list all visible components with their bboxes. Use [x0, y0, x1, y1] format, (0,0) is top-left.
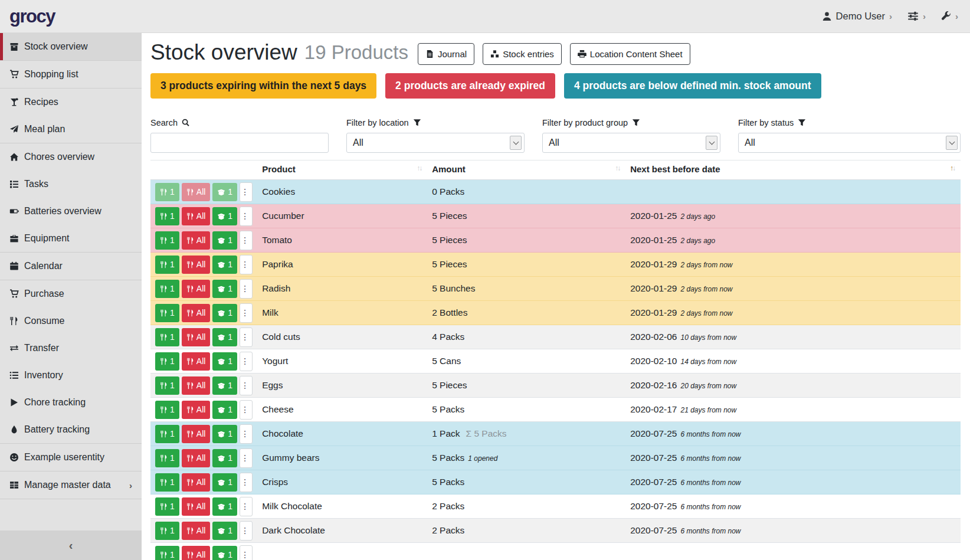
consume-all-button[interactable]: All: [182, 231, 211, 250]
sidebar-item-example-userentity[interactable]: Example userentity: [0, 444, 142, 471]
row-menu-button[interactable]: ⋮: [240, 352, 253, 371]
amount-column-header[interactable]: Amount ↑↓: [427, 161, 625, 180]
consume-all-button[interactable]: All: [182, 497, 211, 516]
row-menu-button[interactable]: ⋮: [240, 255, 253, 274]
open-one-button[interactable]: 1: [212, 328, 237, 346]
consume-one-button[interactable]: 1: [155, 231, 179, 250]
row-menu-button[interactable]: ⋮: [240, 376, 253, 395]
expired-banner[interactable]: 2 products are already expired: [385, 73, 555, 99]
consume-one-button[interactable]: 1: [155, 256, 179, 274]
row-menu-button[interactable]: ⋮: [240, 279, 253, 299]
consume-one-button[interactable]: 1: [155, 280, 179, 298]
consume-all-button[interactable]: All: [182, 256, 211, 274]
row-menu-button[interactable]: ⋮: [240, 473, 253, 492]
user-menu[interactable]: Demo User ›: [822, 11, 892, 22]
expiring-banner[interactable]: 3 products expiring within the next 5 da…: [150, 73, 376, 99]
consume-all-button[interactable]: All: [182, 449, 211, 467]
row-menu-button[interactable]: ⋮: [240, 182, 253, 202]
amount-cell: 5 Packs: [427, 470, 625, 494]
row-menu-button[interactable]: ⋮: [240, 521, 253, 541]
product-column-header[interactable]: Product ↑↓: [257, 161, 427, 180]
product-group-select[interactable]: All: [542, 133, 720, 153]
consume-all-button[interactable]: All: [182, 328, 211, 346]
consume-one-button[interactable]: 1: [155, 522, 179, 540]
consume-one-button[interactable]: 1: [155, 401, 179, 419]
open-one-button[interactable]: 1: [212, 352, 237, 371]
row-menu-button[interactable]: ⋮: [240, 207, 253, 226]
consume-all-button[interactable]: All: [182, 376, 211, 395]
sidebar-item-transfer[interactable]: Transfer: [0, 335, 142, 362]
consume-one-button[interactable]: 1: [155, 328, 179, 346]
admin-menu[interactable]: ›: [941, 11, 958, 21]
location-select[interactable]: All: [346, 133, 525, 153]
row-menu-button[interactable]: ⋮: [240, 545, 253, 560]
open-one-button[interactable]: 1: [212, 546, 237, 560]
location-content-sheet-button[interactable]: Location Content Sheet: [570, 43, 690, 65]
sidebar-item-equipment[interactable]: Equipment: [0, 225, 142, 252]
sidebar-item-meal-plan[interactable]: Meal plan: [0, 116, 142, 143]
open-one-button[interactable]: 1: [212, 401, 237, 419]
sidebar-item-consume[interactable]: Consume: [0, 307, 142, 335]
consume-one-button[interactable]: 1: [155, 304, 179, 322]
sidebar-item-stock-overview[interactable]: Stock overview: [0, 33, 142, 60]
row-menu-button[interactable]: ⋮: [240, 424, 253, 444]
settings-menu[interactable]: ›: [907, 11, 926, 22]
sidebar-item-purchase[interactable]: Purchase: [0, 280, 142, 307]
consume-all-button[interactable]: All: [182, 280, 211, 298]
open-one-button[interactable]: 1: [212, 280, 237, 298]
open-one-button[interactable]: 1: [212, 183, 237, 201]
row-menu-button[interactable]: ⋮: [240, 303, 253, 323]
consume-one-button[interactable]: 1: [155, 449, 179, 467]
sidebar-item-calendar[interactable]: Calendar: [0, 253, 142, 280]
sidebar-item-recipes[interactable]: Recipes: [0, 89, 142, 116]
stock-entries-button[interactable]: Stock entries: [483, 43, 562, 65]
open-one-button[interactable]: 1: [212, 304, 237, 322]
search-input[interactable]: [150, 133, 329, 153]
consume-one-button[interactable]: 1: [155, 497, 179, 516]
open-one-button[interactable]: 1: [212, 231, 237, 250]
open-one-button[interactable]: 1: [212, 449, 237, 467]
sidebar-divider: [0, 499, 142, 499]
open-one-button[interactable]: 1: [212, 522, 237, 540]
consume-one-button[interactable]: 1: [155, 376, 179, 395]
consume-all-button[interactable]: All: [182, 522, 211, 540]
consume-all-button[interactable]: All: [182, 425, 211, 443]
status-select[interactable]: All: [738, 133, 961, 153]
open-one-button[interactable]: 1: [212, 473, 237, 492]
consume-all-button[interactable]: All: [182, 546, 211, 560]
open-one-button[interactable]: 1: [212, 425, 237, 443]
sidebar-item-chore-tracking[interactable]: Chore tracking: [0, 389, 142, 416]
open-one-button[interactable]: 1: [212, 376, 237, 395]
below-min-stock-banner[interactable]: 4 products are below defined min. stock …: [564, 73, 821, 99]
consume-all-button[interactable]: All: [182, 401, 211, 419]
journal-button[interactable]: Journal: [418, 43, 474, 65]
consume-all-button[interactable]: All: [182, 183, 211, 201]
sidebar-collapse-button[interactable]: ‹: [0, 530, 142, 560]
consume-one-button[interactable]: 1: [155, 352, 179, 371]
row-menu-button[interactable]: ⋮: [240, 231, 253, 250]
date-column-header[interactable]: Next best before date ↑↓: [625, 161, 961, 180]
sidebar-item-shopping-list[interactable]: Shopping list: [0, 61, 142, 88]
sidebar-item-tasks[interactable]: Tasks: [0, 171, 142, 198]
consume-one-button[interactable]: 1: [155, 207, 179, 225]
row-menu-button[interactable]: ⋮: [240, 497, 253, 516]
row-menu-button[interactable]: ⋮: [240, 328, 253, 347]
consume-one-button[interactable]: 1: [155, 425, 179, 443]
consume-all-button[interactable]: All: [182, 352, 211, 371]
consume-one-button[interactable]: 1: [155, 546, 179, 560]
sidebar-item-inventory[interactable]: Inventory: [0, 362, 142, 389]
consume-one-button[interactable]: 1: [155, 473, 179, 492]
sidebar-item-batteries-overview[interactable]: Batteries overview: [0, 198, 142, 225]
consume-all-button[interactable]: All: [182, 473, 211, 492]
consume-all-button[interactable]: All: [182, 304, 211, 322]
sidebar-item-manage-master-data[interactable]: Manage master data›: [0, 471, 142, 499]
sidebar-item-chores-overview[interactable]: Chores overview: [0, 143, 142, 171]
open-one-button[interactable]: 1: [212, 497, 237, 516]
row-menu-button[interactable]: ⋮: [240, 448, 253, 468]
open-one-button[interactable]: 1: [212, 207, 237, 225]
sidebar-item-battery-tracking[interactable]: Battery tracking: [0, 416, 142, 443]
consume-one-button[interactable]: 1: [155, 183, 179, 201]
consume-all-button[interactable]: All: [182, 207, 211, 225]
open-one-button[interactable]: 1: [212, 256, 237, 274]
row-menu-button[interactable]: ⋮: [240, 400, 253, 420]
